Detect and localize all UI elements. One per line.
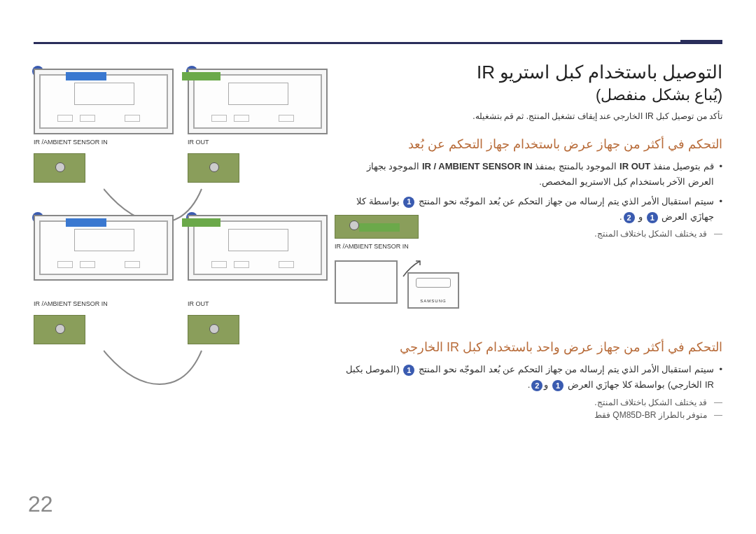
badge-one-icon: 1 (403, 197, 414, 208)
text: متوفر بالطراز (656, 410, 707, 420)
plug-blue-icon (66, 218, 106, 227)
text: . (528, 379, 531, 390)
external-group: IR /AMBIENT SENSOR IN SAMSUNG (335, 215, 419, 304)
port-socket (55, 324, 65, 334)
top-rule (34, 42, 722, 44)
port-socket (209, 162, 219, 172)
page-number: 22 (28, 491, 53, 517)
port-box-ambient (34, 153, 85, 183)
ir-ambient-label: IR / AMBIENT SENSOR IN (422, 161, 533, 171)
port-label-ir-ambient: IR /AMBIENT SENSOR IN (34, 300, 176, 308)
tv-slot (125, 261, 140, 268)
arrow-icon (402, 258, 423, 279)
s1-bullet2: سيتم استقبال الأمر الذي يتم إرساله من جه… (344, 194, 722, 225)
tv-slot (80, 261, 95, 268)
tv-board (228, 83, 288, 105)
diagram-tv-2: 2 IR /AMBIENT SENSOR IN (34, 69, 176, 183)
ir-out-label: IR OUT (620, 161, 650, 171)
plug-blue-icon (66, 72, 106, 80)
content-columns: 2 IR /AMBIENT SENSOR IN (34, 62, 722, 423)
tv-board (74, 83, 134, 105)
page-subtitle: (يُباع بشكل منفصل) (344, 86, 722, 104)
intro-note: تأكد من توصيل كبل IR الخارجي عند إيقاف ت… (344, 111, 722, 121)
text: . (620, 211, 622, 222)
text: الموجود بالمنتج بمنفذ (533, 161, 620, 171)
port-socket (55, 162, 65, 172)
section2-header: التحكم في أكثر من جهاز عرض واحد باستخدام… (344, 339, 722, 355)
diagram-tv-2b: 2 IR /AMBIENT SENSOR IN (34, 215, 176, 344)
badge-one-icon: 1 (647, 212, 658, 223)
s2-note2: متوفر بالطراز QM85D-BR فقط (344, 410, 722, 420)
section1-header: التحكم في أكثر من جهاز عرض باستخدام جهاز… (344, 136, 722, 152)
manual-page: 2 IR /AMBIENT SENSOR IN (0, 0, 756, 534)
tv-board (74, 229, 134, 251)
tv-board (228, 229, 288, 251)
tv-inner (193, 74, 322, 129)
wifi-top (416, 278, 451, 288)
port-label-ir-out: IR OUT (188, 139, 330, 146)
tv-slot (57, 115, 73, 122)
tv-slot (279, 261, 294, 268)
badge-two-icon: 2 (531, 380, 542, 391)
port-label-ir-ambient: IR /AMBIENT SENSOR IN (335, 243, 419, 251)
text: و (544, 379, 551, 390)
text: قم بتوصيل منفذ (650, 161, 714, 171)
diagram-row-2: 2 IR /AMBIENT SENSOR IN (34, 215, 330, 344)
diagram-row-1: 2 IR /AMBIENT SENSOR IN (34, 69, 330, 183)
receiver-box (335, 260, 398, 304)
tv-slot (234, 261, 249, 268)
port-box-ambient (34, 315, 85, 344)
cable-icon (104, 335, 216, 391)
text: سيتم استقبال الأمر الذي يتم إرساله من جه… (416, 196, 714, 206)
s2-bullet1: سيتم استقبال الأمر الذي يتم إرساله من جه… (344, 362, 722, 393)
tv-slot (57, 261, 73, 268)
diagram-tv-1: 1 IR OUT (188, 69, 330, 183)
page-title: التوصيل باستخدام كبل استريو IR (344, 62, 722, 83)
tv-slot (211, 261, 227, 268)
tv-inner (39, 74, 168, 129)
tv-slot (80, 115, 95, 122)
port-label-ir-ambient: IR /AMBIENT SENSOR IN (34, 139, 176, 146)
diagram-column: 2 IR /AMBIENT SENSOR IN (34, 62, 330, 423)
diagram-tv-1b: 1 IR OUT (188, 215, 330, 344)
text: سيتم استقبال الأمر الذي يتم إرساله من جه… (416, 364, 714, 374)
badge-one-icon: 1 (552, 380, 564, 391)
text: فقط (594, 410, 612, 420)
tv-slot (234, 115, 249, 122)
tv-inner (39, 220, 168, 275)
model-code: QM85D-BR (612, 410, 656, 420)
tv-inner (193, 220, 322, 275)
plug-green-icon (182, 72, 220, 80)
s2-note1: قد يختلف الشكل باختلاف المنتج. (344, 398, 722, 407)
port-label-ir-out: IR OUT (188, 300, 330, 308)
tv-slot (125, 115, 140, 122)
s1-bullet1: قم بتوصيل منفذ IR OUT الموجود بالمنتج بم… (344, 159, 722, 190)
plug-green-icon (182, 218, 220, 227)
badge-one-icon: 1 (403, 365, 414, 376)
s1-note: قد يختلف الشكل باختلاف المنتج. (344, 229, 722, 239)
badge-two-icon: 2 (624, 212, 635, 223)
text: و (636, 211, 645, 222)
samsung-logo: SAMSUNG (420, 299, 446, 303)
port-socket (209, 324, 219, 334)
tv-slot (211, 115, 227, 122)
tv-slot (279, 115, 294, 122)
